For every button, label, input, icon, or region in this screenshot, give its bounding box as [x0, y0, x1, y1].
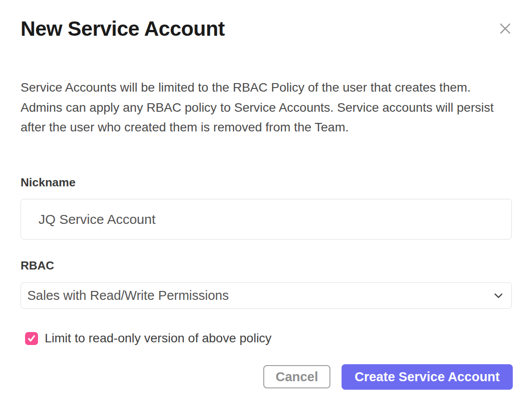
- page-title: New Service Account: [21, 17, 225, 40]
- nickname-input[interactable]: [21, 199, 512, 240]
- rbac-select[interactable]: Sales with Read/Write Permissions: [21, 282, 512, 309]
- close-button[interactable]: [497, 21, 513, 37]
- readonly-checkbox-row: Limit to read-only version of above poli…: [25, 331, 271, 345]
- new-service-account-modal: New Service Account Service Accounts wil…: [0, 0, 532, 404]
- check-icon: [27, 334, 36, 343]
- close-icon: [499, 22, 511, 35]
- rbac-label: RBAC: [21, 259, 54, 273]
- readonly-checkbox[interactable]: [25, 332, 38, 345]
- rbac-selected-value: Sales with Read/Write Permissions: [27, 288, 229, 303]
- readonly-checkbox-label[interactable]: Limit to read-only version of above poli…: [45, 331, 271, 345]
- chevron-down-icon: [494, 293, 502, 298]
- modal-description: Service Accounts will be limited to the …: [21, 78, 514, 138]
- create-service-account-button[interactable]: Create Service Account: [342, 364, 513, 390]
- cancel-button[interactable]: Cancel: [263, 365, 330, 388]
- nickname-label: Nickname: [21, 176, 76, 189]
